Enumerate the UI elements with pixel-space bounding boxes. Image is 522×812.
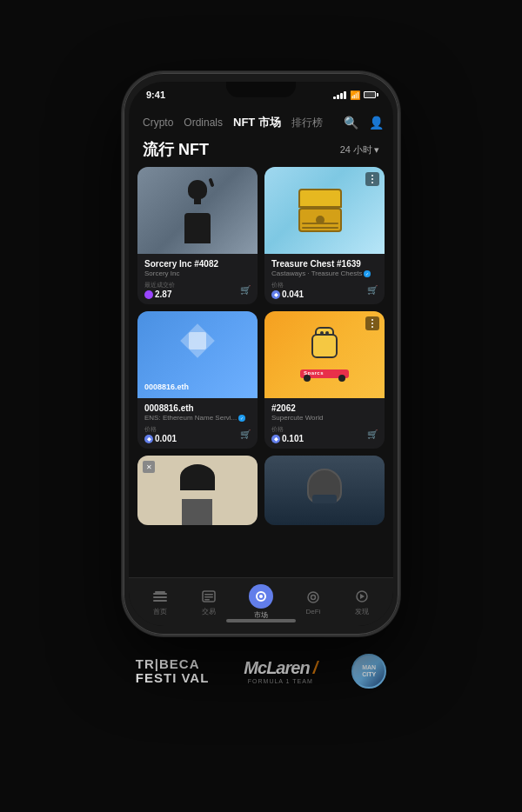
tab-crypto[interactable]: Crypto <box>143 115 173 130</box>
nft-collection-ens: ENS: Ethereum Name Servi... ✓ <box>144 414 251 422</box>
mclaren-name: McLaren / <box>244 658 317 678</box>
sponsor-mancity: MAN CITY <box>351 654 386 689</box>
nav-item-exchange[interactable]: 交易 <box>193 584 224 620</box>
nft-collection-supercute: Supercute World <box>271 414 378 422</box>
phone-screen: 9:41 📶 Crypto Ordinals NFT 市场 排行 <box>129 82 393 626</box>
price-label-supercute: 价格 <box>271 425 304 434</box>
profile-icon[interactable]: 👤 <box>369 115 384 130</box>
cart-treasure[interactable]: 🛒 <box>367 285 378 295</box>
eth-icon-treasure: ◆ <box>271 290 280 299</box>
price-sorcery: 2.87 <box>155 290 171 299</box>
cart-ens[interactable]: 🛒 <box>240 429 251 439</box>
discover-icon <box>353 588 371 605</box>
nav-tabs: Crypto Ordinals NFT 市场 排行榜 🔍 👤 <box>129 108 393 136</box>
search-icon[interactable]: 🔍 <box>344 115 358 130</box>
nft-grid: Sorcery Inc #4082 Sorcery Inc 最近成交价 2.87 <box>137 167 385 525</box>
scroll-content: Sorcery Inc #4082 Sorcery Inc 最近成交价 2.87 <box>129 167 393 577</box>
cart-sorcery[interactable]: 🛒 <box>240 285 251 295</box>
wifi-icon: 📶 <box>350 90 360 100</box>
nav-label-discover: 发现 <box>355 607 369 616</box>
sponsor-tribeca: TR|BECA FESTI VAL <box>136 657 210 686</box>
svg-rect-0 <box>153 593 167 595</box>
nft-collection-sorcery: Sorcery Inc <box>144 270 251 277</box>
svg-point-11 <box>311 596 316 600</box>
price-label-sorcery: 最近成交价 <box>144 281 175 290</box>
svg-point-9 <box>259 595 263 598</box>
home-icon <box>151 588 169 605</box>
nft-card-art1[interactable]: ✕ <box>137 456 258 525</box>
sol-icon-sorcery <box>144 290 153 299</box>
nft-card-treasure[interactable]: Treasure Chest #1639 Castaways · Treasur… <box>264 167 385 304</box>
time-filter[interactable]: 24 小时 ▾ <box>340 143 379 156</box>
tab-rankings[interactable]: 排行榜 <box>291 114 323 132</box>
nft-collection-treasure: Castaways · Treasure Chests ✓ <box>271 270 378 277</box>
svg-rect-5 <box>204 594 213 596</box>
market-icon <box>249 584 273 609</box>
home-bar <box>226 619 296 622</box>
phone-wrapper: 9:41 📶 Crypto Ordinals NFT 市场 排行 <box>122 71 400 636</box>
eth-icon-supercute: ◆ <box>271 435 280 443</box>
nft-name-sorcery: Sorcery Inc #4082 <box>144 259 251 269</box>
tribeca-logo: TR|BECA FESTI VAL <box>136 657 210 686</box>
verified-badge-ens: ✓ <box>238 415 245 422</box>
battery-icon <box>364 91 376 98</box>
nft-card-supercute[interactable]: Sparcs <box>264 311 385 449</box>
page-header: 流行 NFT 24 小时 ▾ <box>129 136 393 167</box>
mancity-logo: MAN CITY <box>362 664 376 679</box>
defi-icon <box>304 589 322 606</box>
sponsor-mclaren: McLaren / FORMULA 1 TEAM <box>244 658 317 684</box>
notch <box>226 82 296 97</box>
page-title: 流行 NFT <box>143 139 209 160</box>
svg-rect-7 <box>204 599 210 601</box>
status-time: 9:41 <box>146 90 165 100</box>
eth-icon-ens: ◆ <box>144 435 153 443</box>
svg-marker-13 <box>360 594 365 599</box>
cart-supercute[interactable]: 🛒 <box>367 429 378 439</box>
nav-label-home: 首页 <box>153 607 167 616</box>
nft-card-ens[interactable]: 0008816.eth 0008816.eth ENS: Ethereum Na… <box>137 311 258 449</box>
nav-item-home[interactable]: 首页 <box>144 584 176 620</box>
svg-rect-3 <box>155 591 165 593</box>
nft-name-ens: 0008816.eth <box>144 403 251 413</box>
nav-label-exchange: 交易 <box>202 607 216 616</box>
svg-rect-2 <box>153 600 167 602</box>
svg-rect-1 <box>153 596 167 598</box>
price-ens: 0.001 <box>155 434 177 443</box>
nav-item-defi[interactable]: DeFi <box>298 585 329 619</box>
nft-name-treasure: Treasure Chest #1639 <box>271 259 378 269</box>
phone-shell: 9:41 📶 Crypto Ordinals NFT 市场 排行 <box>122 71 400 636</box>
nav-item-discover[interactable]: 发现 <box>346 584 378 620</box>
tab-ordinals[interactable]: Ordinals <box>184 115 223 130</box>
nav-item-market[interactable]: 市场 <box>242 581 280 623</box>
price-label-ens: 价格 <box>144 425 177 434</box>
price-treasure: 0.041 <box>282 290 304 299</box>
verified-badge-treasure: ✓ <box>364 270 371 277</box>
exchange-icon <box>200 588 218 605</box>
tab-nft-market[interactable]: NFT 市场 <box>233 113 281 132</box>
status-icons: 📶 <box>333 90 376 100</box>
nft-card-sorcery[interactable]: Sorcery Inc #4082 Sorcery Inc 最近成交价 2.87 <box>137 167 258 304</box>
nft-name-supercute: #2062 <box>271 403 378 413</box>
nav-label-defi: DeFi <box>306 608 321 616</box>
sponsors-bar: TR|BECA FESTI VAL McLaren / FORMULA 1 TE… <box>118 654 404 689</box>
price-label-treasure: 价格 <box>271 281 304 290</box>
svg-point-10 <box>308 592 318 602</box>
nft-card-art2[interactable] <box>264 456 385 525</box>
price-supercute: 0.101 <box>282 434 304 443</box>
svg-rect-6 <box>204 596 213 598</box>
signal-icon <box>333 91 346 99</box>
ens-address-label: 0008816.eth <box>144 383 189 391</box>
mclaren-subtitle: FORMULA 1 TEAM <box>248 678 313 684</box>
